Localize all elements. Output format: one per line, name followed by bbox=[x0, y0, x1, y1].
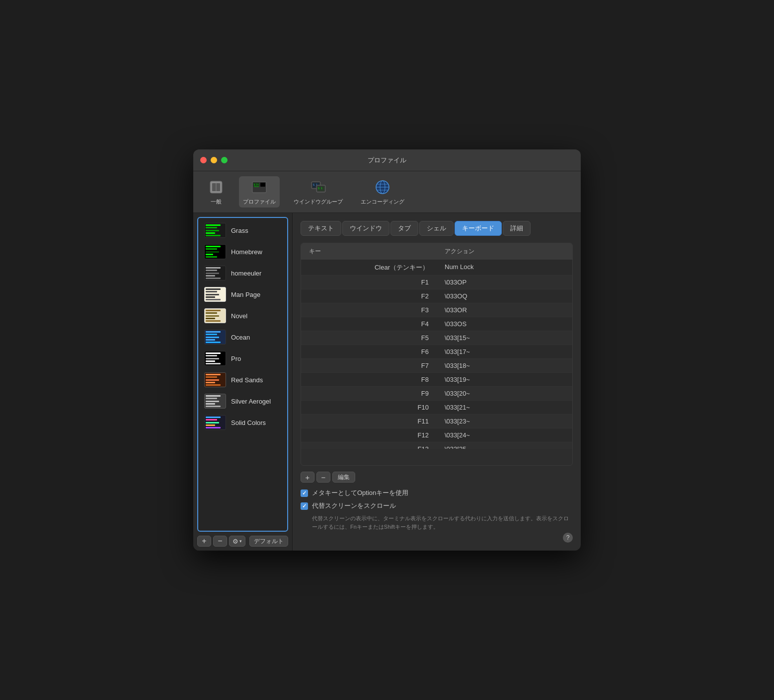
titlebar: プロファイル bbox=[193, 149, 581, 171]
alt-scroll-checkbox[interactable] bbox=[301, 502, 308, 510]
cell-key: F7 bbox=[301, 359, 437, 372]
tab-detail[interactable]: 詳細 bbox=[503, 221, 531, 236]
profile-icon: $ ls file bbox=[250, 178, 268, 196]
content-area: Grass Homebrew bbox=[193, 213, 581, 551]
sidebar-actions: + − ⚙ ▾ デフォルト bbox=[197, 533, 288, 547]
cell-action: \033[20~ bbox=[437, 387, 572, 400]
cell-key: F13 bbox=[301, 442, 437, 449]
tab-text[interactable]: テキスト bbox=[301, 221, 341, 236]
cell-key: F1 bbox=[301, 276, 437, 289]
table-row[interactable]: F13\033[25~ bbox=[301, 442, 572, 449]
silveraerogel-thumbnail bbox=[204, 394, 226, 409]
checkboxes: メタキーとしてOptionキーを使用 代替スクリーンをスクロール bbox=[301, 489, 573, 510]
svg-text:S 1: S 1 bbox=[318, 187, 322, 190]
sidebar-item-manpage[interactable]: Man Page bbox=[200, 284, 285, 305]
sidebar: Grass Homebrew bbox=[193, 213, 293, 551]
traffic-lights bbox=[200, 157, 228, 163]
sidebar-item-novel[interactable]: Novel bbox=[200, 305, 285, 326]
table-row[interactable]: F3\033OR bbox=[301, 303, 572, 317]
redsands-thumbnail bbox=[204, 372, 226, 387]
add-key-button[interactable]: + bbox=[301, 472, 314, 483]
table-row[interactable]: F8\033[19~ bbox=[301, 373, 572, 387]
gear-chevron-icon: ▾ bbox=[239, 539, 242, 544]
cell-key: F5 bbox=[301, 331, 437, 345]
svg-rect-7 bbox=[260, 183, 265, 187]
main-panel: テキスト ウインドウ タブ シェル キーボード 詳細 キー アクション Clea… bbox=[293, 213, 581, 551]
toolbar-label-profile: プロファイル bbox=[243, 198, 276, 206]
tab-tab[interactable]: タブ bbox=[390, 221, 418, 236]
solidcolors-label: Solid Colors bbox=[231, 419, 266, 426]
svg-text:file: file bbox=[254, 185, 259, 188]
window-group-icon: S 1 S 1 bbox=[310, 178, 327, 196]
cell-action: \033[24~ bbox=[437, 428, 572, 442]
default-button[interactable]: デフォルト bbox=[249, 536, 288, 547]
cell-action: \033[19~ bbox=[437, 373, 572, 386]
cell-action: Num Lock bbox=[437, 260, 572, 275]
novel-thumbnail bbox=[204, 308, 226, 323]
toolbar-label-window-group: ウインドウグループ bbox=[294, 198, 343, 206]
sidebar-item-redsands[interactable]: Red Sands bbox=[200, 369, 285, 390]
remove-key-button[interactable]: − bbox=[316, 472, 330, 483]
close-button[interactable] bbox=[200, 157, 207, 163]
table-row[interactable]: Clear（テンキー）Num Lock bbox=[301, 260, 572, 276]
cell-key: F8 bbox=[301, 373, 437, 386]
general-icon bbox=[207, 178, 225, 196]
table-row[interactable]: F10\033[21~ bbox=[301, 401, 572, 415]
table-row[interactable]: F5\033[15~ bbox=[301, 331, 572, 345]
toolbar-item-encoding[interactable]: エンコーディング bbox=[357, 176, 408, 208]
cell-key: F6 bbox=[301, 345, 437, 358]
cell-action: \033OP bbox=[437, 276, 572, 289]
table-body: Clear（テンキー）Num LockF1\033OPF2\033OQF3\03… bbox=[301, 260, 572, 449]
toolbar-label-encoding: エンコーディング bbox=[361, 198, 404, 206]
table-row[interactable]: F1\033OP bbox=[301, 276, 572, 289]
col-action: アクション bbox=[437, 243, 572, 260]
meta-option-checkbox[interactable] bbox=[301, 490, 308, 497]
pro-label: Pro bbox=[231, 355, 241, 362]
table-row[interactable]: F4\033OS bbox=[301, 317, 572, 331]
cell-action: \033OQ bbox=[437, 289, 572, 303]
remove-profile-button[interactable]: − bbox=[213, 536, 227, 547]
cell-action: \033[25~ bbox=[437, 442, 572, 449]
col-key: キー bbox=[301, 243, 437, 260]
manpage-label: Man Page bbox=[231, 291, 260, 298]
cell-key: Clear（テンキー） bbox=[301, 260, 437, 275]
toolbar-label-general: 一般 bbox=[211, 198, 222, 206]
table-row[interactable]: F6\033[17~ bbox=[301, 345, 572, 359]
checkbox-row-meta: メタキーとしてOptionキーを使用 bbox=[301, 489, 573, 497]
main-window: プロファイル 一般 $ ls file bbox=[193, 149, 581, 551]
pro-thumbnail bbox=[204, 351, 226, 366]
gear-button[interactable]: ⚙ ▾ bbox=[229, 536, 245, 547]
cell-key: F4 bbox=[301, 317, 437, 331]
checkbox-row-altscroll: 代替スクリーンをスクロール bbox=[301, 501, 573, 510]
sidebar-item-homebrew[interactable]: Homebrew bbox=[200, 241, 285, 262]
sidebar-item-solidcolors[interactable]: Solid Colors bbox=[200, 412, 285, 433]
sidebar-item-grass[interactable]: Grass bbox=[200, 220, 285, 241]
sidebar-item-ocean[interactable]: Ocean bbox=[200, 327, 285, 348]
toolbar-item-profile[interactable]: $ ls file プロファイル bbox=[239, 176, 280, 208]
sidebar-item-homeeuler[interactable]: homeeuler bbox=[200, 263, 285, 283]
help-button[interactable]: ? bbox=[563, 533, 573, 543]
minimize-button[interactable] bbox=[211, 157, 217, 163]
cell-action: \033[21~ bbox=[437, 401, 572, 414]
table-row[interactable]: F12\033[24~ bbox=[301, 428, 572, 442]
sidebar-item-pro[interactable]: Pro bbox=[200, 348, 285, 369]
edit-key-button[interactable]: 編集 bbox=[332, 472, 355, 483]
tab-window[interactable]: ウインドウ bbox=[342, 221, 389, 236]
solidcolors-thumbnail bbox=[204, 415, 226, 430]
sidebar-item-silveraerogel[interactable]: Silver Aerogel bbox=[200, 391, 285, 412]
description-area: 代替スクリーンの表示中に、ターミナル表示をスクロールする代わりに入力を送信します… bbox=[301, 514, 573, 543]
tab-shell[interactable]: シェル bbox=[419, 221, 454, 236]
toolbar-item-general[interactable]: 一般 bbox=[203, 176, 229, 208]
add-profile-button[interactable]: + bbox=[197, 536, 211, 547]
window-title: プロファイル bbox=[368, 156, 406, 165]
table-row[interactable]: F2\033OQ bbox=[301, 289, 572, 303]
cell-action: \033[23~ bbox=[437, 415, 572, 428]
table-row[interactable]: F7\033[18~ bbox=[301, 359, 572, 373]
maximize-button[interactable] bbox=[221, 157, 228, 163]
ocean-label: Ocean bbox=[231, 334, 250, 341]
table-row[interactable]: F11\033[23~ bbox=[301, 415, 572, 428]
table-row[interactable]: F9\033[20~ bbox=[301, 387, 572, 401]
toolbar-item-window-group[interactable]: S 1 S 1 ウインドウグループ bbox=[290, 176, 347, 208]
tab-keyboard[interactable]: キーボード bbox=[455, 221, 502, 236]
meta-option-label: メタキーとしてOptionキーを使用 bbox=[312, 489, 408, 497]
